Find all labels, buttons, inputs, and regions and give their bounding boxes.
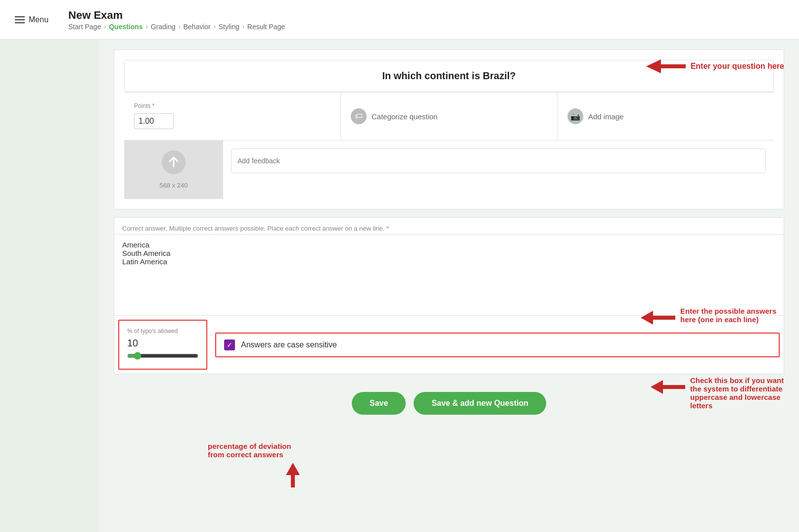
annotation-enter-answers: Enter the possible answers here (one in … [641,307,789,327]
header: Menu New Exam Start Page › Questions › G… [0,0,799,40]
answers-card: Correct answer. Multiple correct answers… [114,217,784,374]
points-cell: Points * [124,93,341,140]
typo-cell: % of typo's allowed 10 [118,320,207,370]
categorize-label: Categorize question [372,112,437,121]
svg-marker-4 [286,463,300,487]
camera-icon: 📷 [567,108,583,124]
breadcrumb-questions[interactable]: Questions [109,23,142,31]
save-add-new-button[interactable]: Save & add new Question [414,392,546,415]
breadcrumb-start-page[interactable]: Start Page [68,23,101,31]
tag-icon: 🏷 [351,108,367,124]
breadcrumb-grading[interactable]: Grading [151,23,176,31]
typo-slider[interactable] [127,352,198,360]
breadcrumb-result-page[interactable]: Result Page [247,23,285,31]
breadcrumb-sep-4: › [214,23,216,30]
breadcrumb-sep-1: › [104,23,106,30]
breadcrumb-sep-2: › [146,23,148,30]
sidebar [0,40,99,532]
svg-marker-2 [641,311,675,325]
answers-required: * [386,225,389,232]
annotation-enter-answers-text: Enter the possible answers here (one in … [680,307,789,324]
upload-row: 568 x 240 [124,140,774,199]
arrow-enter-answers [641,309,675,327]
breadcrumb: Start Page › Questions › Grading › Behav… [68,23,285,31]
breadcrumb-behavior[interactable]: Behavior [183,23,210,31]
typo-value: 10 [127,338,198,349]
check-icon: ✓ [227,341,233,349]
add-image-label: Add image [588,112,624,121]
annotation-enter-question-text: Enter your question here [691,62,784,71]
case-sensitive-label: Answers are case sensitive [241,340,337,349]
annotation-enter-question: Enter your question here [646,57,784,75]
options-row: Points * 🏷 Categorize question 📷 [124,92,774,140]
annotation-check-box-text: Check this box if you want the system to… [690,376,789,410]
feedback-cell [223,141,774,199]
upload-cell[interactable]: 568 x 240 [124,141,223,199]
arrow-percentage-up [284,463,302,487]
annotation-percentage: percentage of deviation from correct ans… [208,442,302,487]
content-area: In which continent is Brazil? Points * 🏷… [99,40,799,532]
svg-marker-3 [651,380,685,394]
header-title-area: New Exam Start Page › Questions › Gradin… [68,9,285,31]
typo-label: % of typo's allowed [127,328,198,335]
arrow-check-box [651,378,685,396]
add-image-cell[interactable]: 📷 Add image [558,93,774,140]
points-required: * [152,102,155,109]
exam-title: New Exam [68,9,285,22]
answers-label: Correct answer. Multiple correct answers… [114,218,784,234]
arrow-enter-question [646,57,686,75]
case-sensitive-cell[interactable]: ✓ Answers are case sensitive [215,333,780,357]
menu-label: Menu [29,15,48,24]
upload-dimensions: 568 x 240 [159,182,188,189]
breadcrumb-styling[interactable]: Styling [219,23,239,31]
categorize-cell[interactable]: 🏷 Categorize question [341,93,558,140]
answers-textarea[interactable]: America South America Latin America [114,234,784,313]
categorize-action[interactable]: 🏷 Categorize question [351,102,547,130]
points-label: Points * [134,102,330,109]
upload-icon [162,150,186,179]
annotation-percentage-text: percentage of deviation from correct ans… [208,442,302,459]
hamburger-icon [15,16,25,23]
main-layout: In which continent is Brazil? Points * 🏷… [0,40,799,532]
save-button[interactable]: Save [352,392,406,415]
svg-marker-1 [646,59,686,73]
feedback-input[interactable] [231,148,766,173]
breadcrumb-sep-3: › [178,23,180,30]
breadcrumb-sep-5: › [242,23,244,30]
case-sensitive-checkbox[interactable]: ✓ [224,339,235,350]
annotation-check-box: Check this box if you want the system to… [651,376,789,410]
add-image-action[interactable]: 📷 Add image [567,102,764,130]
menu-button[interactable]: Menu [15,15,48,24]
points-input[interactable] [134,113,174,129]
